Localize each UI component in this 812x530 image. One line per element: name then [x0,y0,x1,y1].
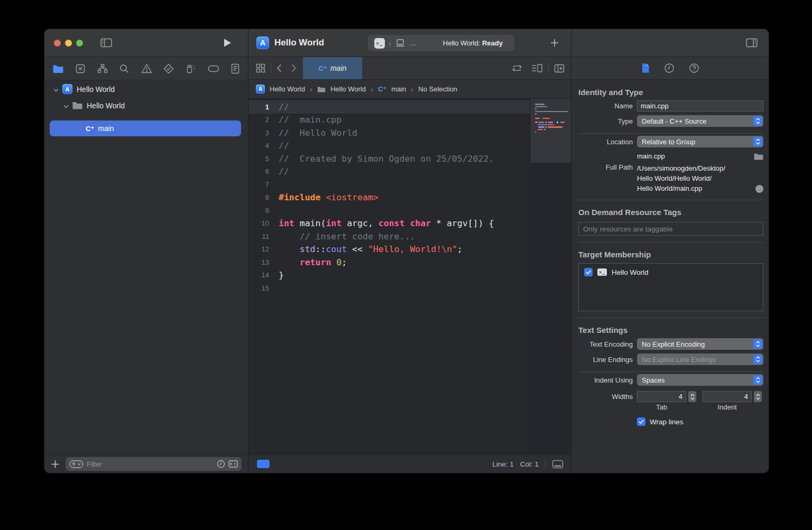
reveal-arrow-icon[interactable]: → [755,185,763,193]
debug-navigator-icon[interactable] [185,63,196,74]
project-app-icon: A [62,84,72,94]
go-back-icon[interactable] [276,64,282,72]
line-number: 13 [248,258,279,266]
zoom-window-button[interactable] [76,40,83,47]
minimap-bar [557,122,558,123]
location-dropdown[interactable]: Relative to Group [637,136,763,147]
crumb-project[interactable]: Hello World [270,85,305,93]
navigator-sidebar: A Hello World Hello World C⁺ main [44,29,248,473]
run-play-button[interactable] [223,38,232,48]
code-line-1[interactable]: 1// [248,100,530,114]
editor-mode-chip[interactable] [257,460,270,468]
tree-row-main-selected[interactable]: C⁺ main [50,120,241,136]
crumb-selection[interactable]: No Selection [418,85,457,93]
code-line-5[interactable]: 5// Created by Simon Ogden on 25/05/2022… [248,152,530,165]
filter-field[interactable] [66,457,242,471]
divider [578,242,763,243]
odr-tags-field[interactable]: Only resources are taggable [578,222,763,236]
crumb-group[interactable]: Hello World [330,85,366,93]
tab-width-field[interactable] [637,391,686,402]
type-dropdown[interactable]: Default - C++ Source [637,115,763,127]
tree-row-group[interactable]: Hello World [44,97,248,114]
terminal-target-icon: >_ [374,38,385,49]
test-navigator-icon[interactable] [163,63,174,74]
inspector-toggle-icon[interactable] [745,38,758,48]
editor-tab-main[interactable]: C⁺ main [303,57,362,79]
line-endings-dropdown[interactable]: No Explicit Line Endings [637,354,763,365]
code-line-2[interactable]: 2// main.cpp [248,114,530,127]
code-line-13[interactable]: 13 return 0; [248,256,530,269]
divider [548,63,549,73]
code-text: // [279,166,289,176]
code-review-icon[interactable] [511,64,523,72]
code-line-15[interactable]: 15 [248,282,530,295]
close-window-button[interactable] [54,40,61,47]
chevron-down-icon[interactable] [53,85,59,94]
add-editor-icon[interactable] [554,64,565,73]
recents-clock-icon[interactable] [217,460,225,468]
chevron-right-icon: › [371,85,373,94]
minimap-bar [535,122,538,123]
jump-bar: A Hello World › Hello World › C⁺ main › … [248,80,571,99]
code-text: // [279,141,289,151]
code-text: } [279,270,284,280]
add-remove-filter-icon[interactable] [228,460,238,468]
add-item-icon[interactable] [51,460,59,468]
adjust-editor-options-icon[interactable] [531,63,543,73]
code-line-4[interactable]: 4// [248,140,530,153]
file-inspector-icon[interactable] [641,63,650,73]
issue-navigator-icon[interactable] [141,63,152,73]
symbol-navigator-icon[interactable] [97,63,108,74]
choose-folder-icon[interactable] [754,153,763,160]
chevron-down-icon[interactable] [63,101,69,110]
target-checkbox-checked[interactable] [584,268,593,276]
divider [578,318,763,318]
editor-settings-icon[interactable] [552,460,564,469]
indent-width-stepper[interactable] [754,391,762,402]
source-editor[interactable]: 1//2// main.cpp3// Hello World4//5// Cre… [248,99,571,454]
scheme-status-capsule[interactable]: >_ › … Hello World: Ready [368,35,514,51]
sidebar-toggle-icon[interactable] [100,38,113,48]
target-row[interactable]: >_ Hello World [584,268,758,276]
code-line-14[interactable]: 14} [248,269,530,282]
related-items-grid-icon[interactable] [256,63,265,73]
code-line-12[interactable]: 12 std::cout << "Hello, World!\n"; [248,243,530,256]
filter-input[interactable] [87,460,214,468]
code-line-9[interactable]: 9 [248,204,530,217]
tab-width-stepper[interactable] [688,391,696,402]
indent-using-dropdown[interactable]: Spaces [637,374,763,386]
report-navigator-icon[interactable] [230,63,240,74]
line-number: 1 [248,103,279,111]
code-lines: 1//2// main.cpp3// Hello World4//5// Cre… [248,100,571,295]
stepper-icon [753,116,762,126]
inspector-tab-bar [571,57,769,80]
terminal-target-icon: >_ [597,268,607,276]
folder-icon [72,101,82,109]
code-line-11[interactable]: 11 // insert code here... [248,230,530,243]
source-control-navigator-icon[interactable] [75,63,86,74]
find-navigator-icon[interactable] [119,63,130,74]
indent-width-field[interactable] [703,391,752,402]
tree-row-project[interactable]: A Hello World [44,81,248,97]
code-line-7[interactable]: 7 [248,178,530,191]
add-tab-button[interactable] [550,39,559,47]
help-inspector-icon[interactable] [689,63,699,73]
go-forward-icon[interactable] [291,64,297,72]
code-line-6[interactable]: 6// [248,165,530,179]
window-title: Hello World [274,38,324,48]
crumb-file[interactable]: main [391,85,406,93]
text-encoding-dropdown[interactable]: No Explicit Encoding [637,338,763,350]
section-text-settings-header: Text Settings [578,326,763,334]
project-navigator-icon[interactable] [52,64,64,73]
name-field[interactable] [637,100,763,111]
minimap[interactable] [530,99,571,454]
code-text: // main.cpp [279,115,342,125]
minimize-window-button[interactable] [65,40,72,47]
code-line-8[interactable]: 8#include <iostream> [248,191,530,204]
code-line-10[interactable]: 10int main(int argc, const char * argv[]… [248,217,530,230]
code-line-3[interactable]: 3// Hello World [248,126,530,140]
breakpoint-navigator-icon[interactable] [208,64,219,73]
line-number: 3 [248,129,279,137]
wrap-lines-checkbox-checked[interactable] [637,417,645,426]
history-inspector-icon[interactable] [664,63,675,73]
